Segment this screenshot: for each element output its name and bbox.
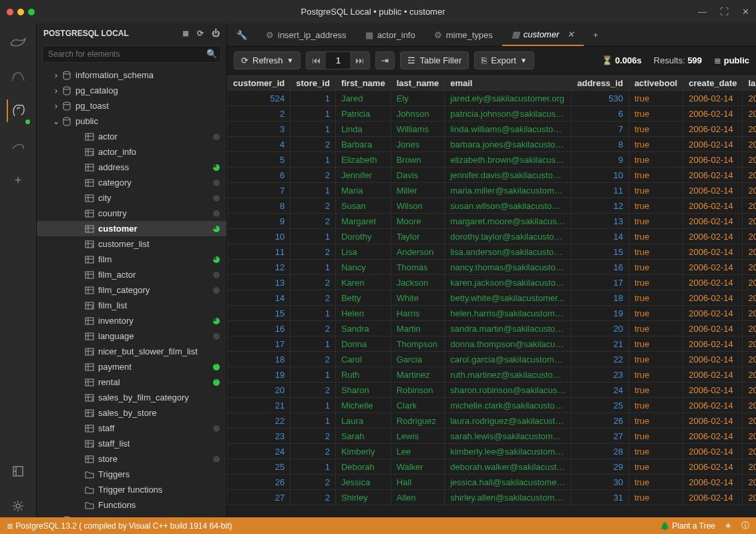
mysql-icon[interactable]: [7, 65, 29, 87]
col-customer_id[interactable]: customer_id: [228, 75, 291, 91]
first-page-button[interactable]: ⏮: [307, 52, 326, 69]
workspace-icon[interactable]: [7, 460, 29, 483]
minimize-icon[interactable]: —: [698, 7, 707, 17]
col-activebool[interactable]: activebool: [628, 75, 683, 91]
table-row[interactable]: 151HelenHarrishelen.harris@sakilacustome…: [228, 306, 757, 321]
table-row[interactable]: 51ElizabethBrownelizabeth.brown@sakilacu…: [228, 152, 757, 168]
info-icon[interactable]: ⓘ: [741, 520, 749, 531]
tree-item-staff_list[interactable]: staff_list: [37, 436, 226, 451]
tree-item-rental[interactable]: rental: [37, 374, 226, 390]
seal-icon[interactable]: [7, 30, 29, 53]
tree-item-public[interactable]: ⌄public: [37, 113, 226, 129]
table-row[interactable]: 182CarolGarciacarol.garcia@sakilacustome…: [228, 352, 757, 367]
export-button[interactable]: ⎘Export▼: [474, 51, 534, 69]
tree-item-payment[interactable]: payment: [37, 359, 226, 374]
tree-item-pg_catalog[interactable]: ›pg_catalog: [37, 83, 226, 98]
table-row[interactable]: 262JessicaHalljessica.hall@sakilacustome…: [228, 475, 757, 490]
pin-button[interactable]: ⇥: [375, 51, 395, 69]
table-row[interactable]: 251DeborahWalkerdeborah.walker@sakilacus…: [228, 459, 757, 475]
table-row[interactable]: 202SharonRobinsonsharon.robinson@sakilac…: [228, 382, 757, 398]
tab-tools[interactable]: 🔧: [227, 23, 256, 46]
plus-icon[interactable]: +: [7, 169, 29, 192]
minimize-dot[interactable]: [17, 9, 24, 15]
table-row[interactable]: 101DorothyTaylordorothy.taylor@sakilacus…: [228, 229, 757, 244]
tree-item-category[interactable]: category: [37, 175, 226, 190]
next-page-button[interactable]: ⏭: [350, 52, 369, 69]
tab-actor_info[interactable]: ▦actor_info: [356, 23, 425, 46]
table-row[interactable]: 92MargaretMooremargaret.moore@sakilacust…: [228, 214, 757, 229]
tree-item-information_schema[interactable]: ›information_schema: [37, 67, 226, 83]
sun-icon[interactable]: ☀: [725, 521, 732, 531]
col-store_id[interactable]: store_id: [291, 75, 336, 91]
close-dot[interactable]: [7, 9, 13, 15]
tree-item-city[interactable]: city: [37, 190, 226, 206]
table-row[interactable]: 5241JaredElyjared.ely@sakilacustomer.org…: [228, 91, 757, 106]
table-row[interactable]: 62JenniferDavisjennifer.davis@sakilacust…: [228, 168, 757, 183]
table-row[interactable]: 162SandraMartinsandra.martin@sakilacusto…: [228, 321, 757, 336]
table-row[interactable]: 42BarbaraJonesbarbara.jones@sakilacustom…: [228, 137, 757, 152]
tree-item-sales_by_film_category[interactable]: sales_by_film_category: [37, 390, 226, 405]
search-input[interactable]: [42, 45, 221, 63]
tree-item-inventory[interactable]: inventory: [37, 313, 226, 328]
table-row[interactable]: 112LisaAndersonlisa.anderson@sakilacusto…: [228, 244, 757, 260]
tab-customer[interactable]: ▦customer✕: [502, 23, 584, 46]
table-row[interactable]: 82SusanWilsonsusan.wilson@sakilacustome.…: [228, 198, 757, 214]
tree-item-film[interactable]: film: [37, 252, 226, 267]
tree-item-customer_list[interactable]: customer_list: [37, 236, 226, 252]
tree-item-film_actor[interactable]: film_actor: [37, 267, 226, 282]
tree-item-functions[interactable]: Functions: [37, 497, 226, 513]
table-row[interactable]: 171DonnaThompsondonna.thompson@sakilacus…: [228, 336, 757, 352]
col-create_date[interactable]: create_date: [683, 75, 743, 91]
tree-item-actor_info[interactable]: actor_info: [37, 144, 226, 160]
data-grid[interactable]: customer_idstore_idfirst_namelast_nameem…: [227, 75, 756, 517]
tree-item-sales_by_store[interactable]: sales_by_store: [37, 405, 226, 421]
tree-item-test[interactable]: ›test: [37, 513, 226, 517]
table-filler-button[interactable]: ☲Table Filler: [400, 51, 469, 69]
col-last_[interactable]: last_: [743, 75, 756, 91]
table-row[interactable]: 242KimberlyLeekimberly.lee@sakilacustome…: [228, 444, 757, 459]
new-tab-button[interactable]: +: [584, 23, 607, 46]
tree-item-address[interactable]: address: [37, 160, 226, 175]
table-row[interactable]: 211MichelleClarkmichelle.clark@sakilacus…: [228, 398, 757, 413]
postgres-icon[interactable]: [7, 99, 29, 122]
search-icon[interactable]: 🔍: [206, 49, 217, 59]
tree-item-language[interactable]: language: [37, 328, 226, 344]
tree-item-country[interactable]: country: [37, 206, 226, 221]
col-address_id[interactable]: address_id: [572, 75, 629, 91]
table-row[interactable]: 191RuthMartinezruth.martinez@sakilacusto…: [228, 367, 757, 382]
tree-item-actor[interactable]: actor: [37, 129, 226, 144]
table-row[interactable]: 272ShirleyAllenshirley.allen@sakilacusto…: [228, 490, 757, 505]
table-row[interactable]: 142BettyWhitebetty.white@sakilacustomer.…: [228, 290, 757, 306]
tree-item-film_list[interactable]: film_list: [37, 298, 226, 313]
tab-insert_ip_address[interactable]: ⚙insert_ip_address: [256, 23, 356, 46]
table-row[interactable]: 132KarenJacksonkaren.jackson@sakilacusto…: [228, 275, 757, 290]
table-row[interactable]: 31LindaWilliamslinda.williams@sakilacust…: [228, 121, 757, 137]
tree-item-store[interactable]: store: [37, 451, 226, 467]
tree-item-trigger-functions[interactable]: Trigger functions: [37, 482, 226, 497]
tree-item-pg_toast[interactable]: ›pg_toast: [37, 98, 226, 113]
refresh-icon[interactable]: ⟳: [197, 29, 204, 38]
col-email[interactable]: email: [445, 75, 572, 91]
tree-item-nicer_but_slower_film_list[interactable]: nicer_but_slower_film_list: [37, 344, 226, 359]
page-input[interactable]: [326, 52, 350, 69]
col-first_name[interactable]: first_name: [335, 75, 391, 91]
close-icon[interactable]: ✕: [742, 7, 749, 17]
tree-item-staff[interactable]: staff: [37, 421, 226, 436]
table-row[interactable]: 221LauraRodriguezlaura.rodriguez@sakilac…: [228, 413, 757, 429]
refresh-button[interactable]: ⟳Refresh▼: [234, 51, 301, 69]
gear-icon[interactable]: [7, 495, 29, 517]
tree-item-customer[interactable]: customer: [37, 221, 226, 236]
tree-item-triggers[interactable]: Triggers: [37, 467, 226, 482]
power-icon[interactable]: ⏻: [212, 29, 220, 38]
table-row[interactable]: 21PatriciaJohnsonpatricia.johnson@sakila…: [228, 106, 757, 121]
col-last_name[interactable]: last_name: [391, 75, 445, 91]
maximize-dot[interactable]: [28, 9, 35, 15]
tree[interactable]: ›information_schema›pg_catalog›pg_toast⌄…: [37, 65, 226, 517]
close-tab-icon[interactable]: ✕: [567, 29, 574, 39]
db-stack-icon[interactable]: ≣: [182, 29, 189, 38]
table-row[interactable]: 71MariaMillermaria.miller@sakilacustomer…: [228, 183, 757, 198]
dolphin-icon[interactable]: [7, 134, 29, 157]
plant-tree-button[interactable]: 🌲 Plant a Tree: [660, 521, 715, 531]
tab-mime_types[interactable]: ⚙mime_types: [425, 23, 502, 46]
table-row[interactable]: 232SarahLewissarah.lewis@sakilacustomer.…: [228, 429, 757, 444]
